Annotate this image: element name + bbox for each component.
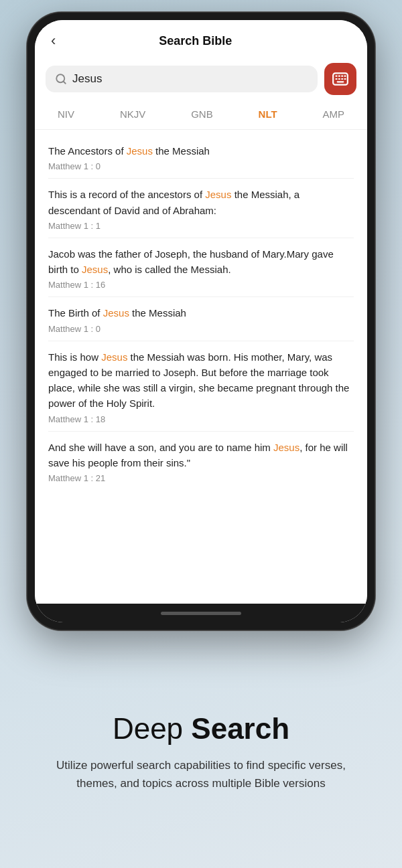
search-icon <box>55 73 67 85</box>
result-text: The Ancestors of Jesus the Messiah <box>48 143 354 159</box>
result-text: The Birth of Jesus the Messiah <box>48 305 354 321</box>
home-bar <box>161 612 241 615</box>
result-text: And she will have a son, and you are to … <box>48 440 354 471</box>
result-reference: Matthew 1 : 18 <box>48 414 354 424</box>
tab-amp[interactable]: AMP <box>316 106 352 122</box>
result-text: This is how Jesus the Messiah was born. … <box>48 349 354 412</box>
phone-frame: ‹ Search Bible Jesus NIVNKJVGNBNLTAMP <box>27 12 375 630</box>
keyboard-icon <box>332 70 349 88</box>
result-text: This is a record of the ancestors of Jes… <box>48 187 354 218</box>
header-bar: ‹ Search Bible <box>35 20 367 56</box>
result-reference: Matthew 1 : 0 <box>48 161 354 171</box>
highlight-word: Jesus <box>205 189 231 200</box>
back-button[interactable]: ‹ <box>51 29 61 52</box>
marketing-title-bold: Search <box>191 712 289 745</box>
svg-line-1 <box>63 81 65 83</box>
highlight-word: Jesus <box>127 145 153 157</box>
tab-niv[interactable]: NIV <box>51 106 81 122</box>
search-bar-row: Jesus <box>35 56 367 102</box>
result-item-r3[interactable]: Jacob was the father of Joseph, the husb… <box>48 238 354 298</box>
result-reference: Matthew 1 : 1 <box>48 221 354 231</box>
search-results[interactable]: The Ancestors of Jesus the MessiahMatthe… <box>35 130 367 604</box>
result-item-r5[interactable]: This is how Jesus the Messiah was born. … <box>48 341 354 432</box>
result-item-r4[interactable]: The Birth of Jesus the MessiahMatthew 1 … <box>48 297 354 341</box>
home-indicator <box>35 604 367 622</box>
marketing-title: Deep Search <box>113 713 289 745</box>
page-title: Search Bible <box>61 34 330 48</box>
marketing-title-light: Deep <box>113 712 191 745</box>
search-query-text: Jesus <box>72 72 102 86</box>
search-input-wrap[interactable]: Jesus <box>46 66 318 92</box>
phone-screen: ‹ Search Bible Jesus NIVNKJVGNBNLTAMP <box>35 20 367 622</box>
highlight-word: Jesus <box>101 351 127 363</box>
result-reference: Matthew 1 : 0 <box>48 324 354 334</box>
result-text: Jacob was the father of Joseph, the husb… <box>48 246 354 278</box>
marketing-description: Utilize powerful search capabilities to … <box>40 757 362 792</box>
tab-nkjv[interactable]: NKJV <box>113 106 152 122</box>
result-reference: Matthew 1 : 16 <box>48 280 354 290</box>
translation-tabs: NIVNKJVGNBNLTAMP <box>35 102 367 130</box>
highlight-word: Jesus <box>273 442 299 453</box>
result-reference: Matthew 1 : 21 <box>48 473 354 483</box>
result-item-r1[interactable]: The Ancestors of Jesus the MessiahMatthe… <box>48 135 354 179</box>
search-submit-button[interactable] <box>324 63 356 95</box>
highlight-word: Jesus <box>103 307 129 319</box>
tab-nlt[interactable]: NLT <box>252 106 284 122</box>
result-item-r2[interactable]: This is a record of the ancestors of Jes… <box>48 179 354 238</box>
tab-gnb[interactable]: GNB <box>184 106 220 122</box>
highlight-word: Jesus <box>82 264 108 275</box>
result-item-r6[interactable]: And she will have a son, and you are to … <box>48 432 354 491</box>
marketing-section: Deep Search Utilize powerful search capa… <box>13 630 389 868</box>
